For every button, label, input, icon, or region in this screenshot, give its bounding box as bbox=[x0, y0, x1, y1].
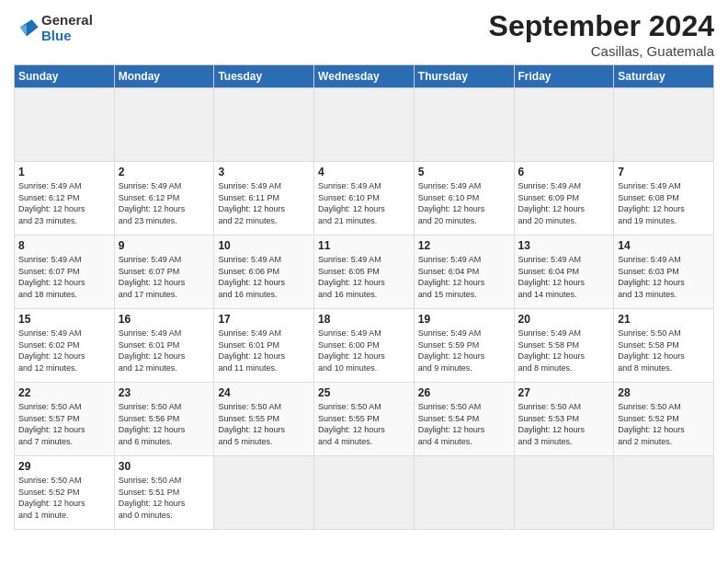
day-cell: 2Sunrise: 5:49 AM Sunset: 6:12 PM Daylig… bbox=[114, 162, 214, 236]
day-info: Sunrise: 5:50 AM Sunset: 5:55 PM Dayligh… bbox=[218, 401, 310, 447]
day-info: Sunrise: 5:49 AM Sunset: 6:00 PM Dayligh… bbox=[318, 327, 410, 373]
month-title: September 2024 bbox=[489, 9, 714, 43]
week-row-1: 1Sunrise: 5:49 AM Sunset: 6:12 PM Daylig… bbox=[15, 162, 714, 236]
day-cell: 29Sunrise: 5:50 AM Sunset: 5:52 PM Dayli… bbox=[15, 456, 115, 530]
day-number: 11 bbox=[318, 239, 410, 252]
day-cell: 3Sunrise: 5:49 AM Sunset: 6:11 PM Daylig… bbox=[214, 162, 314, 236]
day-number: 16 bbox=[119, 313, 210, 326]
day-number: 19 bbox=[418, 313, 510, 326]
day-number: 20 bbox=[518, 313, 610, 326]
col-header-tuesday: Tuesday bbox=[214, 65, 314, 88]
day-cell bbox=[314, 456, 415, 530]
day-number: 13 bbox=[518, 239, 610, 252]
day-cell: 9Sunrise: 5:49 AM Sunset: 6:07 PM Daylig… bbox=[114, 236, 214, 309]
day-number: 6 bbox=[518, 166, 610, 178]
day-cell: 13Sunrise: 5:49 AM Sunset: 6:04 PM Dayli… bbox=[514, 236, 614, 309]
logo: General Blue bbox=[14, 13, 93, 43]
calendar-header-row: SundayMondayTuesdayWednesdayThursdayFrid… bbox=[15, 65, 714, 88]
day-cell bbox=[414, 456, 514, 530]
day-info: Sunrise: 5:50 AM Sunset: 5:53 PM Dayligh… bbox=[518, 401, 610, 447]
day-info: Sunrise: 5:49 AM Sunset: 6:05 PM Dayligh… bbox=[318, 254, 410, 300]
day-cell: 16Sunrise: 5:49 AM Sunset: 6:01 PM Dayli… bbox=[114, 309, 214, 383]
col-header-thursday: Thursday bbox=[414, 65, 514, 88]
day-cell: 23Sunrise: 5:50 AM Sunset: 5:56 PM Dayli… bbox=[114, 383, 214, 456]
day-cell bbox=[214, 456, 314, 530]
day-cell: 28Sunrise: 5:50 AM Sunset: 5:52 PM Dayli… bbox=[614, 383, 714, 456]
week-row-0 bbox=[15, 88, 714, 162]
week-row-3: 15Sunrise: 5:49 AM Sunset: 6:02 PM Dayli… bbox=[15, 309, 714, 383]
day-cell: 30Sunrise: 5:50 AM Sunset: 5:51 PM Dayli… bbox=[114, 456, 214, 530]
day-cell: 26Sunrise: 5:50 AM Sunset: 5:54 PM Dayli… bbox=[414, 383, 514, 456]
day-info: Sunrise: 5:49 AM Sunset: 6:10 PM Dayligh… bbox=[318, 180, 410, 226]
day-cell: 5Sunrise: 5:49 AM Sunset: 6:10 PM Daylig… bbox=[414, 162, 514, 236]
title-area: September 2024 Casillas, Guatemala bbox=[489, 9, 714, 59]
day-number: 14 bbox=[618, 239, 710, 252]
day-info: Sunrise: 5:49 AM Sunset: 6:07 PM Dayligh… bbox=[119, 254, 210, 300]
day-info: Sunrise: 5:49 AM Sunset: 6:02 PM Dayligh… bbox=[18, 327, 110, 373]
day-cell bbox=[514, 456, 614, 530]
page-container: General Blue September 2024 Casillas, Gu… bbox=[0, 0, 728, 539]
day-number: 29 bbox=[18, 460, 110, 473]
day-number: 17 bbox=[218, 313, 310, 326]
day-number: 27 bbox=[518, 386, 610, 399]
day-cell: 10Sunrise: 5:49 AM Sunset: 6:06 PM Dayli… bbox=[214, 236, 314, 309]
day-cell: 12Sunrise: 5:49 AM Sunset: 6:04 PM Dayli… bbox=[414, 236, 514, 309]
day-info: Sunrise: 5:49 AM Sunset: 6:12 PM Dayligh… bbox=[18, 180, 110, 226]
day-number: 10 bbox=[218, 239, 310, 252]
svg-marker-1 bbox=[20, 24, 27, 36]
day-cell: 6Sunrise: 5:49 AM Sunset: 6:09 PM Daylig… bbox=[514, 162, 614, 236]
logo-general: General bbox=[41, 13, 93, 29]
day-cell bbox=[514, 88, 614, 162]
day-number: 4 bbox=[318, 166, 410, 178]
day-info: Sunrise: 5:49 AM Sunset: 6:12 PM Dayligh… bbox=[119, 180, 210, 226]
day-info: Sunrise: 5:49 AM Sunset: 6:11 PM Dayligh… bbox=[218, 180, 310, 226]
day-cell: 1Sunrise: 5:49 AM Sunset: 6:12 PM Daylig… bbox=[15, 162, 115, 236]
day-number: 7 bbox=[618, 166, 710, 178]
col-header-sunday: Sunday bbox=[15, 65, 115, 88]
day-info: Sunrise: 5:49 AM Sunset: 6:07 PM Dayligh… bbox=[18, 254, 110, 300]
day-info: Sunrise: 5:50 AM Sunset: 5:52 PM Dayligh… bbox=[18, 475, 110, 521]
day-number: 21 bbox=[618, 313, 710, 326]
day-info: Sunrise: 5:50 AM Sunset: 5:54 PM Dayligh… bbox=[418, 401, 510, 447]
col-header-saturday: Saturday bbox=[614, 65, 714, 88]
day-cell: 22Sunrise: 5:50 AM Sunset: 5:57 PM Dayli… bbox=[15, 383, 115, 456]
day-info: Sunrise: 5:49 AM Sunset: 6:01 PM Dayligh… bbox=[119, 327, 210, 373]
day-info: Sunrise: 5:50 AM Sunset: 5:55 PM Dayligh… bbox=[318, 401, 410, 447]
day-cell: 20Sunrise: 5:49 AM Sunset: 5:58 PM Dayli… bbox=[514, 309, 614, 383]
header: General Blue September 2024 Casillas, Gu… bbox=[14, 9, 714, 59]
day-number: 30 bbox=[119, 460, 210, 473]
day-cell: 14Sunrise: 5:49 AM Sunset: 6:03 PM Dayli… bbox=[614, 236, 714, 309]
week-row-5: 29Sunrise: 5:50 AM Sunset: 5:52 PM Dayli… bbox=[15, 456, 714, 530]
day-info: Sunrise: 5:49 AM Sunset: 6:10 PM Dayligh… bbox=[418, 180, 510, 226]
day-cell: 19Sunrise: 5:49 AM Sunset: 5:59 PM Dayli… bbox=[414, 309, 514, 383]
day-cell: 11Sunrise: 5:49 AM Sunset: 6:05 PM Dayli… bbox=[314, 236, 415, 309]
day-info: Sunrise: 5:49 AM Sunset: 6:04 PM Dayligh… bbox=[518, 254, 610, 300]
day-info: Sunrise: 5:49 AM Sunset: 6:04 PM Dayligh… bbox=[418, 254, 510, 300]
day-cell: 17Sunrise: 5:49 AM Sunset: 6:01 PM Dayli… bbox=[214, 309, 314, 383]
day-cell bbox=[614, 456, 714, 530]
day-cell: 15Sunrise: 5:49 AM Sunset: 6:02 PM Dayli… bbox=[15, 309, 115, 383]
day-number: 26 bbox=[418, 386, 510, 399]
day-cell bbox=[414, 88, 514, 162]
logo-text: General Blue bbox=[41, 13, 93, 43]
day-info: Sunrise: 5:49 AM Sunset: 6:03 PM Dayligh… bbox=[618, 254, 710, 300]
day-cell: 4Sunrise: 5:49 AM Sunset: 6:10 PM Daylig… bbox=[314, 162, 415, 236]
day-number: 8 bbox=[18, 239, 110, 252]
day-info: Sunrise: 5:50 AM Sunset: 5:58 PM Dayligh… bbox=[618, 327, 710, 373]
day-info: Sunrise: 5:50 AM Sunset: 5:57 PM Dayligh… bbox=[18, 401, 110, 447]
day-cell bbox=[114, 88, 214, 162]
day-number: 12 bbox=[418, 239, 510, 252]
day-cell: 27Sunrise: 5:50 AM Sunset: 5:53 PM Dayli… bbox=[514, 383, 614, 456]
logo-icon bbox=[14, 16, 40, 41]
day-info: Sunrise: 5:50 AM Sunset: 5:56 PM Dayligh… bbox=[119, 401, 210, 447]
day-info: Sunrise: 5:49 AM Sunset: 6:09 PM Dayligh… bbox=[518, 180, 610, 226]
col-header-monday: Monday bbox=[114, 65, 214, 88]
col-header-friday: Friday bbox=[514, 65, 614, 88]
day-info: Sunrise: 5:50 AM Sunset: 5:52 PM Dayligh… bbox=[618, 401, 710, 447]
location: Casillas, Guatemala bbox=[489, 43, 714, 59]
day-cell bbox=[15, 88, 115, 162]
day-cell: 8Sunrise: 5:49 AM Sunset: 6:07 PM Daylig… bbox=[15, 236, 115, 309]
day-number: 28 bbox=[618, 386, 710, 399]
week-row-4: 22Sunrise: 5:50 AM Sunset: 5:57 PM Dayli… bbox=[15, 383, 714, 456]
day-number: 24 bbox=[218, 386, 310, 399]
